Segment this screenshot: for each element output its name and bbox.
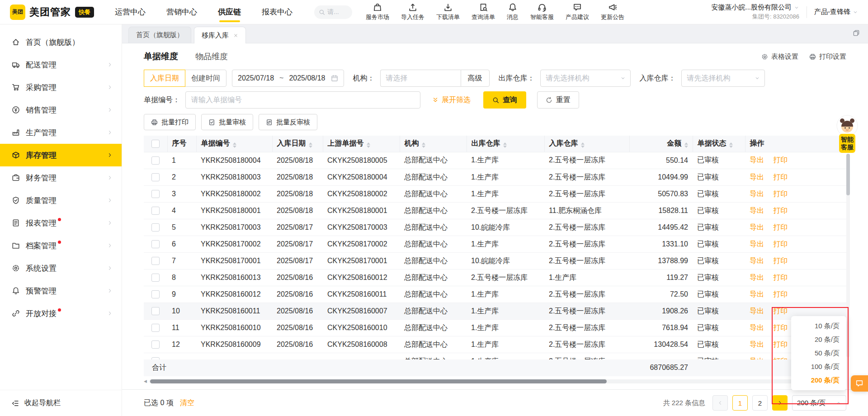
print-link[interactable]: 打印 [773, 307, 788, 315]
quick-action-button[interactable]: 下载清单 [436, 3, 460, 21]
date-type-option[interactable]: 入库日期 [144, 70, 185, 87]
table-row[interactable]: 3 YKRK2508180002 2025/08/18 CKYK25081800… [144, 186, 846, 203]
reset-button[interactable]: 重置 [537, 91, 579, 109]
col-upstream[interactable]: 上游单据号 [323, 136, 400, 152]
table-row[interactable]: 11 YKRK2508160010 2025/08/16 CKYK2508160… [144, 320, 846, 336]
company-switcher[interactable]: 安徽蒸小皖...股份有限公司 集团号: 83202086 [711, 3, 799, 21]
doc-no-link[interactable]: YKRK2508170003 [196, 219, 272, 236]
upstream-no-link[interactable]: CKYK2508160012 [323, 269, 400, 286]
table-settings-button[interactable]: 表格设置 [761, 52, 798, 61]
row-checkbox[interactable] [151, 156, 160, 165]
scroll-left-arrow[interactable]: ◀ [144, 379, 147, 383]
h-scroll-thumb[interactable] [150, 379, 607, 383]
sort-icon[interactable] [684, 142, 688, 148]
sidebar-item[interactable]: 系统设置 [0, 257, 122, 279]
row-checkbox[interactable] [151, 207, 160, 215]
doc-no-link[interactable]: YKRK2508160009 [196, 336, 272, 353]
print-link[interactable]: 打印 [773, 257, 788, 265]
export-link[interactable]: 导出 [750, 274, 764, 281]
doc-no-link[interactable]: YKRK2508180003 [196, 169, 272, 186]
doc-no-link[interactable]: YKRK2508170001 [196, 253, 272, 269]
doc-no-link[interactable]: YKRK2508160013 [196, 269, 272, 286]
vertical-scrollbar[interactable] [846, 154, 850, 357]
export-link[interactable]: 导出 [750, 307, 764, 315]
upstream-no-link[interactable]: CKYK2508180001 [323, 203, 400, 219]
select-all-checkbox[interactable] [151, 140, 160, 148]
upstream-no-link[interactable]: CKYK2508180002 [323, 186, 400, 203]
doc-no-link[interactable] [196, 353, 272, 359]
row-checkbox[interactable] [151, 290, 160, 298]
print-link[interactable]: 打印 [773, 240, 788, 248]
upstream-no-link[interactable]: CKYK2508160008 [323, 336, 400, 353]
export-link[interactable]: 导出 [750, 207, 764, 214]
quick-action-button[interactable]: 消息 [507, 3, 519, 21]
quick-action-button[interactable]: 产品建议 [566, 3, 589, 21]
tab-list-button[interactable] [851, 28, 862, 40]
row-checkbox[interactable] [151, 324, 160, 332]
export-link[interactable]: 导出 [750, 223, 764, 231]
page-size-option[interactable]: 10 条/页 [791, 319, 846, 333]
sort-icon[interactable] [367, 142, 370, 148]
export-link[interactable]: 导出 [750, 257, 764, 265]
top-nav-item[interactable]: 报表中心 [262, 0, 292, 24]
export-link[interactable]: 导出 [750, 190, 764, 198]
batch-action-button[interactable]: 批量反审核 [259, 114, 317, 130]
col-in-warehouse[interactable]: 入库仓库 [544, 136, 629, 152]
sidebar-item[interactable]: 档案管理 [0, 234, 122, 257]
close-icon[interactable] [233, 33, 238, 38]
page-size-option[interactable]: 100 条/页 [791, 360, 846, 373]
table-row[interactable]: 8 YKRK2508160013 2025/08/16 CKYK25081600… [144, 269, 846, 286]
prev-page-button[interactable] [712, 395, 728, 411]
page-number-button[interactable]: 1 [732, 395, 748, 411]
advanced-button[interactable]: 高级 [461, 70, 490, 87]
row-checkbox[interactable] [151, 173, 160, 181]
page-tab[interactable]: 首页（旗舰版） [128, 27, 191, 43]
sidebar-item[interactable]: 首页（旗舰版） [0, 31, 122, 53]
upstream-no-link[interactable]: CKYK2508180005 [323, 152, 400, 169]
row-checkbox[interactable] [151, 223, 160, 232]
next-page-button[interactable] [772, 395, 788, 411]
batch-action-button[interactable]: 批量审核 [201, 114, 253, 130]
table-row[interactable]: 4 YKRK2508180001 2025/08/18 CKYK25081800… [144, 203, 846, 219]
quick-action-button[interactable]: 导入任务 [401, 3, 425, 21]
export-link[interactable]: 导出 [750, 340, 764, 348]
export-link[interactable]: 导出 [750, 240, 764, 248]
doc-no-link[interactable]: YKRK2508180001 [196, 203, 272, 219]
page-size-option[interactable]: 50 条/页 [791, 346, 846, 360]
top-nav-item[interactable]: 运营中心 [115, 0, 146, 24]
global-search-input[interactable]: 请... [314, 5, 352, 19]
sidebar-item[interactable]: 质量管理 [0, 189, 122, 212]
row-checkbox[interactable] [151, 340, 160, 349]
print-link[interactable]: 打印 [773, 290, 788, 298]
table-row[interactable]: 1 YKRK2508180004 2025/08/18 CKYK25081800… [144, 152, 846, 169]
sort-icon[interactable] [233, 142, 236, 148]
upstream-no-link[interactable]: CKYK2508170002 [323, 236, 400, 253]
doc-no-link[interactable]: YKRK2508160010 [196, 320, 272, 336]
table-row[interactable]: 12 YKRK2508160009 2025/08/16 CKYK2508160… [144, 336, 846, 353]
upstream-no-link[interactable]: CKYK2508160011 [323, 286, 400, 303]
quick-action-button[interactable]: 服务市场 [366, 3, 389, 21]
table-row[interactable]: 2 YKRK2508180003 2025/08/18 CKYK25081800… [144, 169, 846, 186]
query-button[interactable]: 查询 [483, 91, 526, 109]
doc-no-input[interactable]: 请输入单据编号 [185, 91, 420, 109]
export-link[interactable]: 导出 [750, 324, 764, 331]
doc-no-link[interactable]: YKRK2508170002 [196, 236, 272, 253]
clear-selection-link[interactable]: 清空 [180, 398, 194, 408]
row-checkbox[interactable] [151, 190, 160, 198]
print-link[interactable]: 打印 [773, 173, 788, 181]
sort-icon[interactable] [729, 142, 733, 148]
col-doc-no[interactable]: 单据编号 [196, 136, 272, 152]
export-link[interactable]: 导出 [750, 173, 764, 181]
print-link[interactable]: 打印 [773, 340, 788, 348]
top-nav-item[interactable]: 供应链 [218, 0, 241, 24]
page-size-option[interactable]: 20 条/页 [791, 333, 846, 346]
org-select[interactable]: 请选择 [380, 70, 461, 87]
table-row[interactable]: 总部配送中心 1.生产库 2.五号楼一层冻库 已审核 导出 打印 [144, 353, 846, 359]
page-size-select[interactable]: 200 条/页 [792, 395, 846, 411]
col-date[interactable]: 入库日期 [272, 136, 323, 152]
print-link[interactable]: 打印 [773, 190, 788, 198]
in-warehouse-select[interactable]: 请先选择机构 [681, 70, 765, 87]
print-link[interactable]: 打印 [773, 324, 788, 331]
sort-icon[interactable] [422, 142, 425, 148]
quick-action-button[interactable]: 查询清单 [472, 3, 495, 21]
